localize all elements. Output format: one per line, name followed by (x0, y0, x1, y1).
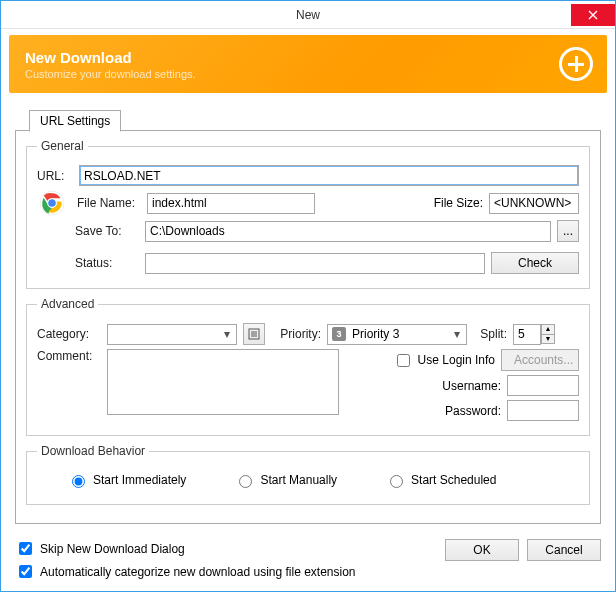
close-icon (588, 10, 598, 20)
advanced-group: Advanced Category: ▾ Priority: 3 Priorit… (26, 297, 590, 436)
username-input (507, 375, 579, 396)
radio-start-scheduled[interactable]: Start Scheduled (385, 472, 496, 488)
skip-dialog-checkbox[interactable]: Skip New Download Dialog (15, 539, 433, 558)
auto-categorize-checkbox[interactable]: Automatically categorize new download us… (15, 562, 433, 581)
filename-label: File Name: (77, 196, 141, 210)
general-group: General URL: File Name: File Size: (26, 139, 590, 289)
url-input[interactable] (79, 165, 579, 186)
ok-button[interactable]: OK (445, 539, 519, 561)
split-label: Split: (473, 327, 507, 341)
password-input (507, 400, 579, 421)
window-title: New (296, 8, 320, 22)
spin-up[interactable]: ▲ (541, 324, 555, 334)
status-label: Status: (75, 256, 139, 270)
chevron-down-icon: ▾ (220, 327, 234, 341)
behavior-legend: Download Behavior (37, 444, 149, 458)
password-label: Password: (445, 404, 501, 418)
list-icon (248, 328, 260, 340)
priority-combo[interactable]: 3 Priority 3 ▾ (327, 324, 467, 345)
tab-url-settings[interactable]: URL Settings (29, 110, 121, 132)
status-value (145, 253, 485, 274)
behavior-group: Download Behavior Start Immediately Star… (26, 444, 590, 505)
general-legend: General (37, 139, 88, 153)
url-label: URL: (37, 169, 73, 183)
category-label: Category: (37, 327, 101, 341)
use-login-checkbox[interactable]: Use Login Info (393, 351, 495, 370)
accounts-button: Accounts... (501, 349, 579, 371)
banner-title: New Download (25, 49, 196, 66)
saveto-label: Save To: (75, 224, 139, 238)
radio-start-manually[interactable]: Start Manually (234, 472, 337, 488)
chrome-icon (39, 190, 65, 216)
filename-input[interactable] (147, 193, 315, 214)
saveto-combo[interactable]: C:\Downloads (145, 221, 551, 242)
username-label: Username: (442, 379, 501, 393)
filesize-value (489, 193, 579, 214)
check-button[interactable]: Check (491, 252, 579, 274)
spin-down[interactable]: ▼ (541, 334, 555, 344)
radio-start-immediately[interactable]: Start Immediately (67, 472, 186, 488)
split-spinner[interactable]: ▲▼ (513, 324, 555, 345)
add-icon (559, 47, 593, 81)
banner-subtitle: Customize your download settings. (25, 68, 196, 80)
saveto-value: C:\Downloads (150, 224, 225, 238)
priority-label: Priority: (271, 327, 321, 341)
chevron-down-icon: ▾ (450, 327, 464, 341)
split-input[interactable] (513, 324, 541, 345)
cancel-button[interactable]: Cancel (527, 539, 601, 561)
priority-badge: 3 (332, 327, 346, 341)
comment-textarea[interactable] (107, 349, 339, 415)
close-button[interactable] (571, 4, 615, 26)
filesize-label: File Size: (427, 196, 483, 210)
advanced-legend: Advanced (37, 297, 98, 311)
titlebar: New (1, 1, 615, 29)
browse-button[interactable]: ... (557, 220, 579, 242)
footer: Skip New Download Dialog Automatically c… (1, 533, 615, 591)
tabstrip: URL Settings (15, 109, 601, 131)
comment-label: Comment: (37, 349, 101, 363)
category-combo[interactable]: ▾ (107, 324, 237, 345)
new-download-window: New New Download Customize your download… (0, 0, 616, 592)
banner: New Download Customize your download set… (9, 35, 607, 93)
category-manage-button[interactable] (243, 323, 265, 345)
